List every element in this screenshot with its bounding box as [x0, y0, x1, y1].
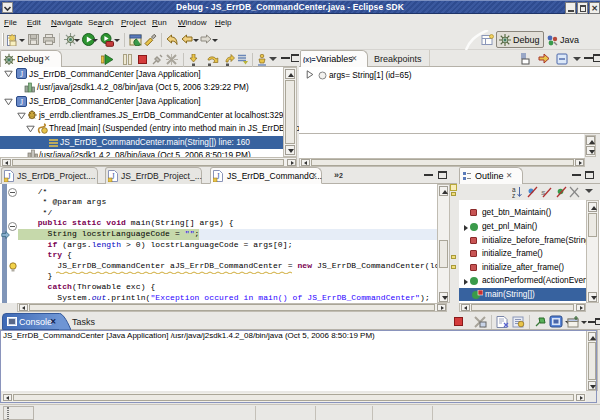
svg-text:z: z [512, 192, 515, 198]
svg-text:J: J [20, 70, 23, 79]
svg-text:J: J [20, 97, 23, 106]
svg-text:(x)=: (x)= [303, 56, 316, 63]
